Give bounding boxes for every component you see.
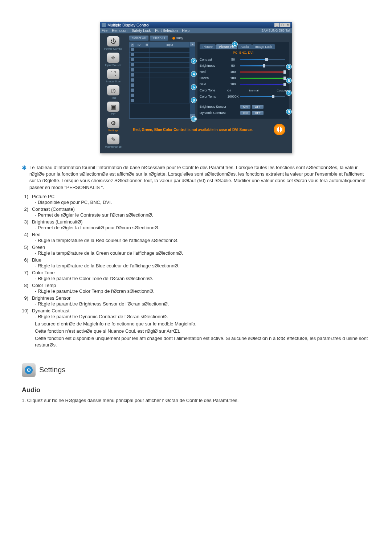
header-checkbox[interactable]	[130, 42, 136, 48]
checkbox-icon[interactable]	[131, 94, 134, 97]
slider-color-temp[interactable]	[240, 96, 285, 97]
grid-rows	[130, 48, 190, 103]
row-color-temp: Color Temp10000K	[200, 94, 287, 99]
list-item: 3)Brightness (LuminositØ)- Permet de rØg…	[22, 219, 370, 230]
note-1: La source d entrØe de MagicInfo ne fo nc…	[35, 321, 370, 327]
brightness-sensor-on[interactable]: ON	[240, 105, 250, 109]
menu-safety-lock[interactable]: Safety Lock	[132, 29, 151, 33]
slider-red[interactable]	[240, 71, 285, 73]
table-row[interactable]	[130, 58, 190, 63]
slider-brightness[interactable]	[240, 65, 285, 66]
table-row[interactable]	[130, 68, 190, 73]
sidebar: ⏻Power Control ⎆Input Source ⛶Image Size…	[100, 33, 126, 153]
row-green: Green100	[200, 75, 287, 81]
table-row[interactable]	[130, 53, 190, 58]
warning-icon: !	[274, 124, 285, 135]
table-row[interactable]	[130, 78, 190, 83]
tab-audio[interactable]: Audio	[238, 44, 252, 49]
callout-7: 7	[286, 90, 292, 96]
star-paragraph: ✱ Le Tableau d'Information fournit l'inf…	[22, 164, 370, 191]
menu-file[interactable]: File	[102, 29, 107, 33]
slider-green[interactable]	[240, 78, 285, 79]
scroll-thumb[interactable]	[190, 46, 195, 114]
sidebar-item-power[interactable]: ⏻Power Control	[102, 36, 124, 50]
menu-remocon[interactable]: Remocon	[112, 29, 127, 33]
checkbox-icon[interactable]	[131, 58, 134, 61]
row-brightness: Brightness50	[200, 63, 287, 68]
list-item: 7)Color Tone- RŁgle le paramŁtre Color T…	[22, 270, 370, 281]
slider-contrast[interactable]	[240, 59, 285, 60]
table-row[interactable]	[130, 73, 190, 78]
dynamic-contrast-on[interactable]: ON	[240, 111, 250, 115]
audio-subtitle: Audio	[22, 386, 370, 394]
display-grid: ID ▦ Input	[129, 42, 190, 119]
color-tone-options[interactable]: OffNormalCustom	[227, 89, 287, 92]
list-item: 1)Picture PC- Disponible que pour PC, BN…	[22, 194, 370, 205]
tab-picture[interactable]: Picture	[200, 44, 216, 49]
menu-port-selection[interactable]: Port Selection	[155, 29, 177, 33]
window-title: Multiple Display Control	[107, 23, 150, 27]
checkbox-icon[interactable]	[131, 99, 134, 102]
scroll-up-icon[interactable]: ▲	[190, 42, 195, 46]
checkbox-icon[interactable]	[131, 78, 134, 82]
intro-text: Le Tableau d'Information fournit l'infor…	[29, 164, 370, 191]
content-row: ID ▦ Input ▲ ▼ Picture	[129, 42, 289, 119]
pip-icon: ▣	[107, 102, 119, 112]
tab-image-lock[interactable]: Image Lock	[252, 44, 275, 49]
maximize-button[interactable]: ▢	[280, 23, 285, 27]
info-bar: Red, Green, Blue Color Control is not av…	[129, 122, 289, 138]
menu-help[interactable]: Help	[182, 29, 189, 33]
checkbox-icon[interactable]	[131, 68, 134, 71]
checkbox-icon[interactable]	[131, 73, 134, 77]
window-controls: _ ▢ ✕	[274, 23, 290, 27]
note-3: Cette fonction est disponible uniquement…	[35, 335, 370, 348]
scrollbar[interactable]: ▲ ▼	[190, 42, 195, 119]
clear-all-button[interactable]: Clear All	[150, 36, 168, 41]
minimize-button[interactable]: _	[274, 23, 279, 27]
sidebar-item-time[interactable]: ◷Time	[102, 85, 124, 99]
sidebar-item-image-size[interactable]: ⛶Image Size	[102, 69, 124, 83]
time-icon: ◷	[107, 85, 119, 95]
checkbox-icon[interactable]	[131, 63, 134, 66]
audio-step-1: 1. Cliquez sur l'ic ne RØglages dansle m…	[22, 398, 370, 403]
list-item: 10)Dynamic Contrast- RŁgle le paramŁtre …	[22, 308, 370, 319]
dynamic-contrast-off[interactable]: OFF	[252, 111, 264, 115]
note-2: Cette fonction n'est activØe que si Nuan…	[35, 328, 370, 335]
table-row[interactable]	[130, 63, 190, 68]
sidebar-item-maintenance[interactable]: ✎Maintenance	[102, 134, 124, 148]
select-all-button[interactable]: Select All	[129, 36, 148, 41]
list-item: 2)Contrast (Contraste)- Permet de rØgler…	[22, 206, 370, 218]
callout-5: 5	[286, 78, 292, 83]
close-button[interactable]: ✕	[285, 23, 290, 27]
table-row[interactable]	[130, 83, 190, 88]
table-row[interactable]	[130, 98, 190, 103]
table-row[interactable]	[130, 48, 190, 53]
checkbox-icon[interactable]	[131, 89, 134, 92]
callout-8: 8	[191, 97, 197, 103]
maintenance-icon: ✎	[107, 134, 119, 144]
list-item: 4)Red- RŁgle la tempØrature de la Red co…	[22, 232, 370, 243]
gear-icon: ⚙	[25, 366, 33, 374]
sidebar-item-settings[interactable]: ⚙Settings	[102, 118, 124, 132]
checkbox-icon	[131, 44, 134, 47]
busy-dot-icon	[172, 37, 175, 40]
slider-blue[interactable]	[240, 84, 285, 85]
grid-wrap: ID ▦ Input ▲ ▼	[129, 42, 195, 119]
settings-panel: Picture Picture PC Audio Image Lock PC, …	[197, 42, 289, 119]
list-item: 8)Color Temp- RŁgle le paramŁtre Color T…	[22, 283, 370, 294]
sidebar-item-input[interactable]: ⎆Input Source	[102, 53, 124, 67]
sidebar-item-pip[interactable]: ▣PIP	[102, 102, 124, 116]
checkbox-icon[interactable]	[131, 83, 134, 87]
list-item: 6)Blue- RŁgle la tempØrature de la Blue …	[22, 257, 370, 268]
brightness-sensor-off[interactable]: OFF	[252, 105, 264, 109]
callout-6: 6	[191, 84, 197, 90]
main-area: Select All Clear All Busy ID ▦ Input	[126, 33, 292, 153]
power-icon: ⏻	[107, 36, 119, 46]
row-contrast: Contrast56	[200, 57, 287, 62]
row-dynamic-contrast: Dynamic ContrastONOFF	[200, 110, 287, 115]
header-id: ID	[136, 42, 144, 48]
checkbox-icon[interactable]	[131, 48, 134, 51]
checkbox-icon[interactable]	[131, 53, 134, 56]
table-row[interactable]	[130, 93, 190, 98]
table-row[interactable]	[130, 88, 190, 93]
